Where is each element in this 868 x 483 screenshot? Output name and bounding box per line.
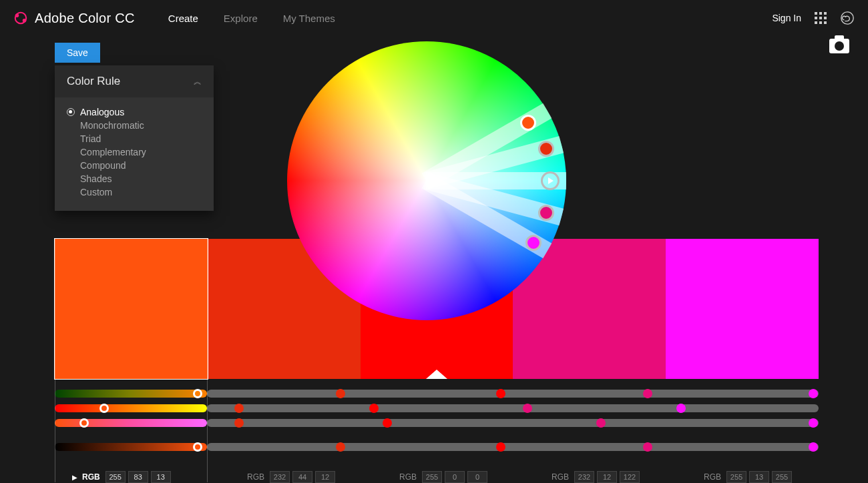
svg-rect-9: [815, 21, 817, 24]
sign-in-link[interactable]: Sign In: [772, 13, 801, 23]
rgb-row-5: RGB 255 13 255: [704, 471, 792, 483]
rule-custom[interactable]: Custom: [67, 185, 202, 199]
track-b[interactable]: [207, 419, 819, 427]
color-rule-list: Analogous Monochromatic Triad Complement…: [55, 97, 214, 211]
rgb-row-3: RGB 255 0 0: [399, 471, 487, 483]
color-rule-title: Color Rule: [67, 75, 120, 88]
sat-slider[interactable]: [55, 404, 207, 412]
rgb-label[interactable]: RGB: [552, 472, 569, 482]
thumb[interactable]: [809, 389, 818, 398]
thumb[interactable]: [676, 404, 686, 413]
svg-rect-5: [824, 12, 827, 15]
radio-icon: [67, 108, 75, 116]
track-r[interactable]: [207, 390, 819, 398]
bri-thumb[interactable]: [193, 442, 202, 452]
nav-create[interactable]: Create: [168, 13, 198, 24]
rgb-g[interactable]: 12: [597, 471, 617, 483]
rgb-label[interactable]: RGB: [704, 472, 721, 482]
rgb-g[interactable]: 83: [128, 471, 148, 483]
svg-rect-4: [819, 12, 822, 15]
nav-my-themes[interactable]: My Themes: [283, 13, 335, 24]
svg-rect-11: [824, 21, 827, 24]
rgb-b[interactable]: 12: [315, 471, 335, 483]
chevron-up-icon[interactable]: ︽: [194, 76, 202, 87]
rgb-row-2: RGB 232 44 12: [247, 471, 335, 483]
thumb[interactable]: [234, 418, 244, 428]
thumb[interactable]: [496, 442, 505, 452]
rule-shades[interactable]: Shades: [67, 172, 202, 185]
thumb[interactable]: [234, 404, 244, 413]
nav-explore[interactable]: Explore: [224, 13, 258, 24]
rgb-r[interactable]: 255: [105, 471, 126, 483]
rule-label: Complementary: [80, 147, 146, 157]
svg-rect-3: [815, 12, 817, 15]
swatch-5[interactable]: [666, 239, 819, 379]
rgb-label[interactable]: RGB: [82, 472, 100, 482]
rule-monochromatic[interactable]: Monochromatic: [67, 119, 202, 132]
triangle-right-icon[interactable]: ▶: [72, 474, 77, 481]
rgb-r[interactable]: 255: [422, 471, 442, 483]
alt-slider[interactable]: [55, 419, 207, 427]
rgb-b[interactable]: 0: [467, 471, 487, 483]
base-color-indicator-icon: [426, 370, 447, 379]
thumb[interactable]: [643, 389, 652, 398]
rgb-row-4: RGB 232 12 122: [552, 471, 640, 483]
svg-point-2: [23, 19, 27, 22]
rule-label: Monochromatic: [80, 120, 144, 131]
hue-slider[interactable]: [55, 390, 207, 398]
thumb[interactable]: [496, 389, 505, 398]
rgb-b[interactable]: 122: [620, 471, 640, 483]
creative-cloud-icon[interactable]: [840, 11, 855, 25]
svg-point-1: [15, 14, 19, 17]
rule-analogous[interactable]: Analogous: [67, 105, 202, 119]
sat-thumb[interactable]: [99, 404, 109, 413]
rgb-g[interactable]: 44: [292, 471, 312, 483]
rule-label: Compound: [80, 160, 126, 171]
thumb[interactable]: [809, 418, 818, 428]
adobe-color-logo-icon: [13, 11, 28, 25]
rule-compound[interactable]: Compound: [67, 159, 202, 172]
wheel-handle[interactable]: [538, 141, 554, 157]
wheel-handle[interactable]: [541, 171, 560, 190]
rule-label: Custom: [80, 187, 112, 197]
rgb-g[interactable]: 0: [445, 471, 465, 483]
rule-triad[interactable]: Triad: [67, 132, 202, 145]
wheel-handle[interactable]: [525, 235, 541, 251]
app-header: Adobe Color CC Create Explore My Themes …: [0, 0, 868, 36]
rgb-r[interactable]: 255: [726, 471, 746, 483]
rgb-b[interactable]: 255: [772, 471, 792, 483]
rgb-r[interactable]: 232: [270, 471, 290, 483]
track-bri[interactable]: [207, 443, 819, 451]
color-wheel-canvas[interactable]: [287, 41, 566, 320]
swatch-1[interactable]: [55, 239, 208, 379]
thumb[interactable]: [383, 418, 392, 428]
app-title: Adobe Color CC: [35, 11, 135, 26]
rgb-r[interactable]: 232: [574, 471, 594, 483]
thumb[interactable]: [523, 404, 532, 413]
rule-complementary[interactable]: Complementary: [67, 145, 202, 159]
thumb[interactable]: [336, 442, 345, 452]
thumb[interactable]: [643, 442, 652, 452]
apps-grid-icon[interactable]: [815, 12, 827, 24]
hue-thumb[interactable]: [193, 389, 202, 398]
thumb[interactable]: [369, 404, 379, 413]
save-button[interactable]: Save: [55, 43, 100, 63]
thumb[interactable]: [809, 442, 818, 452]
rgb-b[interactable]: 13: [151, 471, 171, 483]
bri-slider[interactable]: [55, 443, 207, 451]
alt-thumb[interactable]: [79, 418, 89, 428]
rgb-label[interactable]: RGB: [247, 472, 264, 482]
wheel-handle[interactable]: [520, 115, 536, 131]
logo-group: Adobe Color CC: [13, 11, 135, 26]
color-rule-header[interactable]: Color Rule ︽: [55, 65, 214, 97]
track-g[interactable]: [207, 404, 819, 412]
wheel-handle[interactable]: [538, 205, 554, 221]
rgb-g[interactable]: 13: [749, 471, 769, 483]
camera-upload-button[interactable]: [829, 39, 849, 53]
thumb[interactable]: [336, 389, 345, 398]
svg-rect-8: [824, 17, 827, 19]
rgb-label[interactable]: RGB: [399, 472, 417, 482]
rule-label: Triad: [80, 133, 101, 144]
color-wheel[interactable]: [287, 41, 566, 320]
thumb[interactable]: [596, 418, 606, 428]
